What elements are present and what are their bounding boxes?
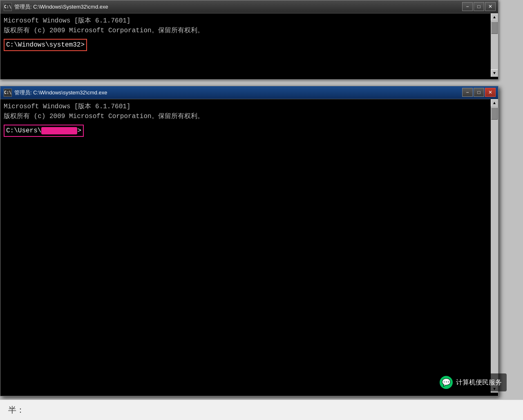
wechat-icon: 💬 [440,376,453,389]
front-line1: Microsoft Windows [版本 6.1.7601] [4,102,487,112]
cmd-icon-top: C:\ [4,3,12,11]
scroll-up-top[interactable]: ▲ [491,13,498,21]
watermark: 💬 计算机便民服务 [435,373,507,391]
front-line2: 版权所有 (c) 2009 Microsoft Corporation。保留所有… [4,112,487,121]
maximize-button-front[interactable]: □ [474,88,484,97]
close-button-top[interactable]: ✕ [485,2,496,11]
scroll-down-top[interactable]: ▼ [491,69,498,77]
cmd-window-front: C:\ 管理员: C:\Windows\system32\cmd.exe − □… [0,86,498,396]
cmd-body-top: Microsoft Windows [版本 6.1.7601] 版权所有 (c)… [0,13,491,77]
scrollbar-front[interactable]: ▲ ▼ [491,99,498,393]
cmd-content-front: Microsoft Windows [版本 6.1.7601] 版权所有 (c)… [0,99,498,393]
top-prompt-container: C:\Windows\system32> [4,39,487,51]
cmd-content-top: Microsoft Windows [版本 6.1.7601] 版权所有 (c)… [0,13,498,77]
top-prompt: C:\Windows\system32> [4,39,87,51]
prompt-suffix: > [77,127,81,134]
scroll-track-top [491,21,498,69]
minimize-button-top[interactable]: − [462,2,473,11]
prompt-prefix: C:\Users\ [6,127,41,134]
front-prompt: C:\Users\ > [4,125,84,137]
bottom-bar: 半： [0,400,523,420]
top-line2: 版权所有 (c) 2009 Microsoft Corporation。保留所有… [4,26,487,36]
top-line1: Microsoft Windows [版本 6.1.7601] [4,16,487,26]
scroll-thumb-front[interactable] [491,107,498,120]
titlebar-front-text: 管理员: C:\Windows\system32\cmd.exe [14,89,495,96]
scroll-up-front[interactable]: ▲ [491,99,498,107]
front-prompt-container: C:\Users\ > [4,125,487,137]
ime-indicator: 半： [8,404,25,416]
window-controls-front: − □ ✕ [462,88,496,97]
scroll-track-front [491,107,498,385]
titlebar-top-text: 管理员: C:\Windows\System32\cmd.exe [14,3,495,11]
scroll-thumb-top[interactable] [491,22,498,34]
watermark-text: 计算机便民服务 [456,378,502,387]
window-controls-top: − □ ✕ [462,2,496,11]
cmd-window-top: C:\ 管理员: C:\Windows\System32\cmd.exe − □… [0,0,498,80]
titlebar-front: C:\ 管理员: C:\Windows\system32\cmd.exe − □… [0,86,498,99]
titlebar-top: C:\ 管理员: C:\Windows\System32\cmd.exe − □… [0,0,498,13]
minimize-button-front[interactable]: − [462,88,473,97]
close-button-front[interactable]: ✕ [485,88,496,97]
scrollbar-top[interactable]: ▲ ▼ [491,13,498,77]
cmd-icon-front: C:\ [4,89,12,97]
cmd-body-front: Microsoft Windows [版本 6.1.7601] 版权所有 (c)… [0,99,491,393]
redacted-username [41,127,77,134]
maximize-button-top[interactable]: □ [474,2,484,11]
